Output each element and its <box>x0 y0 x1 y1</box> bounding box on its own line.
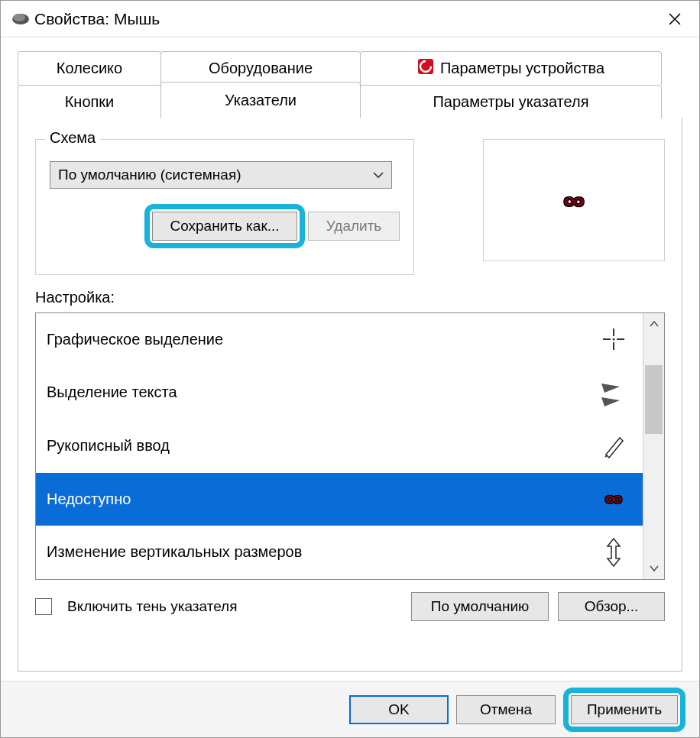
tab-pointer-options[interactable]: Параметры указателя <box>360 85 662 118</box>
scroll-down-button[interactable] <box>643 558 664 579</box>
below-list-row: Включить тень указателя По умолчанию Обз… <box>35 592 665 621</box>
unavailable-infinity-icon: ∞ <box>595 487 632 511</box>
list-item[interactable]: Недоступно ∞ <box>36 473 643 526</box>
list-item-label: Рукописный ввод <box>47 437 170 455</box>
chevron-down-icon <box>373 168 384 182</box>
tab-device-settings[interactable]: Параметры устройства <box>360 51 662 85</box>
infinity-icon: ∞ <box>563 186 585 215</box>
svg-point-1 <box>13 14 25 21</box>
tab-pointers[interactable]: Указатели <box>160 82 361 118</box>
list-item[interactable]: Графическое выделение <box>36 313 643 367</box>
precision-cross-icon <box>595 325 632 353</box>
list-item-label: Выделение текста <box>47 384 177 401</box>
window-title: Свойства: Мышь <box>34 10 656 28</box>
cursor-list: Графическое выделение Выделение текста <box>35 312 665 580</box>
tab-buttons[interactable]: Кнопки <box>18 85 161 118</box>
tab-label: Оборудование <box>209 60 313 77</box>
highlight-apply: Применить <box>563 688 685 732</box>
device-red-icon <box>417 58 434 79</box>
cancel-button[interactable]: Отмена <box>456 695 556 724</box>
client-area: Колесико Оборудование Параметры устройст… <box>1 37 699 681</box>
highlight-save-as: Сохранить как... <box>144 204 305 248</box>
resize-vert-icon <box>595 537 632 568</box>
list-item[interactable]: Изменение вертикальных размеров <box>36 526 643 579</box>
defaults-button[interactable]: По умолчанию <box>411 592 549 621</box>
dialog-button-row: OK Отмена Применить <box>1 681 699 737</box>
tab-label: Параметры указателя <box>433 93 588 111</box>
mouse-icon <box>7 13 34 25</box>
settings-label: Настройка: <box>35 289 665 306</box>
list-item-label: Графическое выделение <box>47 331 223 348</box>
tab-label: Колесико <box>57 60 122 77</box>
chevron-down-icon <box>650 565 659 572</box>
scheme-dropdown[interactable]: По умолчанию (системная) <box>50 161 392 189</box>
titlebar: Свойства: Мышь <box>1 1 699 37</box>
pen-icon <box>595 432 632 459</box>
close-button[interactable] <box>656 1 693 37</box>
tab-page-pointers: Схема По умолчанию (системная) Сохранить… <box>18 118 682 672</box>
mouse-properties-window: Свойства: Мышь Колесико Оборудование Пар… <box>0 0 700 738</box>
chevron-up-icon <box>650 320 659 328</box>
scroll-track[interactable] <box>643 335 664 558</box>
scrollbar[interactable] <box>643 313 664 579</box>
list-item-label: Недоступно <box>47 490 131 508</box>
tab-strip: Колесико Оборудование Параметры устройст… <box>18 51 682 118</box>
tab-hardware[interactable]: Оборудование <box>160 51 361 85</box>
list-item[interactable]: Выделение текста <box>36 367 643 420</box>
scroll-thumb[interactable] <box>645 365 663 434</box>
tab-label: Кнопки <box>65 93 115 111</box>
scheme-legend: Схема <box>45 129 100 147</box>
cursor-preview: ∞ <box>483 139 665 261</box>
tab-wheel[interactable]: Колесико <box>18 51 161 85</box>
delete-button: Удалить <box>308 212 400 241</box>
list-item[interactable]: Рукописный ввод <box>36 419 643 473</box>
browse-button[interactable]: Обзор... <box>558 592 665 621</box>
apply-button[interactable]: Применить <box>571 695 678 724</box>
scheme-groupbox: Схема По умолчанию (системная) Сохранить… <box>35 139 414 275</box>
list-item-label: Изменение вертикальных размеров <box>47 543 302 561</box>
text-select-arrows-icon <box>595 376 632 409</box>
close-icon <box>668 12 682 26</box>
tab-label: Указатели <box>225 92 297 109</box>
save-as-button[interactable]: Сохранить как... <box>152 212 297 241</box>
ok-button[interactable]: OK <box>349 695 449 724</box>
scheme-selected-value: По умолчанию (системная) <box>58 167 241 183</box>
svg-point-3 <box>613 338 615 341</box>
scroll-up-button[interactable] <box>643 313 664 335</box>
pointer-shadow-checkbox[interactable] <box>35 598 52 615</box>
pointer-shadow-label: Включить тень указателя <box>67 598 237 615</box>
tab-label: Параметры устройства <box>440 60 604 77</box>
